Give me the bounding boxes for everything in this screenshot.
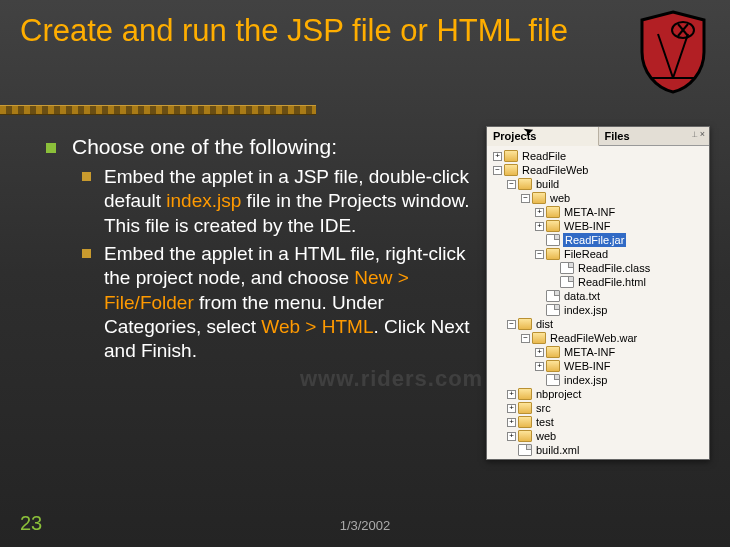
bullet-level2: Embed the applet in a JSP file, double-c…	[40, 165, 470, 238]
folder-icon	[518, 416, 532, 428]
folder-icon	[546, 220, 560, 232]
panel-tabs: Projects Files	[487, 127, 709, 146]
tree-node[interactable]: build.xml	[489, 443, 707, 457]
tree-node[interactable]: +META-INF	[489, 345, 707, 359]
tab-projects[interactable]: Projects	[487, 127, 599, 146]
expand-icon[interactable]: +	[535, 222, 544, 231]
folder-icon	[546, 248, 560, 260]
node-label: ReadFile	[521, 149, 566, 163]
toggle-blank	[535, 306, 544, 315]
accent-text: Web > HTML	[261, 316, 373, 337]
folder-icon	[532, 192, 546, 204]
folder-icon	[504, 164, 518, 176]
tree-node[interactable]: +web	[489, 429, 707, 443]
node-label: web	[549, 191, 570, 205]
node-label: WEB-INF	[563, 359, 610, 373]
node-label: ReadFile.jar	[563, 233, 626, 247]
body-text: Choose one of the following: Embed the a…	[40, 135, 470, 364]
slide-title: Create and run the JSP file or HTML file	[20, 12, 580, 49]
bullet-square-icon	[46, 143, 56, 153]
watermark: www.riders.com	[300, 366, 483, 392]
tree-node[interactable]: +WEB-INF	[489, 359, 707, 373]
pin-icon[interactable]: ⟂ ×	[692, 129, 705, 139]
node-label: data.txt	[563, 289, 600, 303]
toggle-blank	[549, 264, 558, 273]
folder-icon	[546, 346, 560, 358]
node-label: web	[535, 429, 556, 443]
node-label: build	[535, 177, 559, 191]
expand-icon[interactable]: +	[507, 404, 516, 413]
expand-icon[interactable]: +	[535, 362, 544, 371]
tree-node[interactable]: ReadFile.html	[489, 275, 707, 289]
collapse-icon[interactable]: −	[521, 334, 530, 343]
expand-icon[interactable]: +	[507, 432, 516, 441]
folder-icon	[504, 150, 518, 162]
file-icon	[560, 276, 574, 288]
tree-node[interactable]: +nbproject	[489, 387, 707, 401]
tree-node[interactable]: data.txt	[489, 289, 707, 303]
tree-node[interactable]: −dist	[489, 317, 707, 331]
file-icon	[560, 262, 574, 274]
node-label: index.jsp	[563, 303, 607, 317]
file-icon	[546, 234, 560, 246]
folder-icon	[532, 332, 546, 344]
file-icon	[546, 290, 560, 302]
folder-icon	[518, 178, 532, 190]
tree-node[interactable]: +ReadFile	[489, 149, 707, 163]
expand-icon[interactable]: +	[535, 348, 544, 357]
node-label: src	[535, 401, 551, 415]
tree-node[interactable]: index.jsp	[489, 303, 707, 317]
decor-bar	[0, 105, 316, 115]
collapse-icon[interactable]: −	[507, 320, 516, 329]
collapse-icon[interactable]: −	[493, 166, 502, 175]
tree-node[interactable]: −ReadFileWeb	[489, 163, 707, 177]
node-label: WEB-INF	[563, 219, 610, 233]
node-label: META-INF	[563, 345, 615, 359]
node-label: dist	[535, 317, 553, 331]
folder-icon	[546, 206, 560, 218]
tree-node[interactable]: index.jsp	[489, 373, 707, 387]
lead-text: Choose one of the following:	[72, 135, 337, 158]
toggle-blank	[535, 376, 544, 385]
tree-node[interactable]: −ReadFileWeb.war	[489, 331, 707, 345]
file-icon	[546, 304, 560, 316]
accent-text: index.jsp	[166, 190, 241, 211]
node-label: ReadFileWeb	[521, 163, 588, 177]
toggle-blank	[549, 278, 558, 287]
file-icon	[518, 444, 532, 456]
node-label: index.jsp	[563, 373, 607, 387]
folder-icon	[518, 388, 532, 400]
expand-icon[interactable]: +	[535, 208, 544, 217]
node-label: test	[535, 415, 554, 429]
slide-date: 1/3/2002	[0, 518, 730, 533]
folder-icon	[546, 360, 560, 372]
tree-node[interactable]: +src	[489, 401, 707, 415]
toggle-blank	[535, 236, 544, 245]
node-label: META-INF	[563, 205, 615, 219]
expand-icon[interactable]: +	[507, 390, 516, 399]
tree-node[interactable]: ReadFile.jar	[489, 233, 707, 247]
tree-node[interactable]: −web	[489, 191, 707, 205]
node-label: build.xml	[535, 443, 579, 457]
file-tree: +ReadFile−ReadFileWeb−build−web+META-INF…	[487, 146, 709, 460]
tree-node[interactable]: −build	[489, 177, 707, 191]
tree-node[interactable]: +test	[489, 415, 707, 429]
bullet-square-icon	[82, 249, 91, 258]
folder-icon	[518, 318, 532, 330]
expand-icon[interactable]: +	[507, 418, 516, 427]
tree-node[interactable]: −FileRead	[489, 247, 707, 261]
node-label: ReadFile.html	[577, 275, 646, 289]
projects-panel: ➤ Projects Files ⟂ × +ReadFile−ReadFileW…	[486, 126, 710, 460]
tree-node[interactable]: +WEB-INF	[489, 219, 707, 233]
bullet-square-icon	[82, 172, 91, 181]
slide: Create and run the JSP file or HTML file…	[0, 0, 730, 547]
tree-node[interactable]: ReadFile.class	[489, 261, 707, 275]
expand-icon[interactable]: +	[493, 152, 502, 161]
collapse-icon[interactable]: −	[507, 180, 516, 189]
node-label: FileRead	[563, 247, 608, 261]
collapse-icon[interactable]: −	[535, 250, 544, 259]
text: Embed the applet in a HTML file, right-c…	[104, 243, 466, 288]
collapse-icon[interactable]: −	[521, 194, 530, 203]
toggle-blank	[507, 446, 516, 455]
tree-node[interactable]: +META-INF	[489, 205, 707, 219]
